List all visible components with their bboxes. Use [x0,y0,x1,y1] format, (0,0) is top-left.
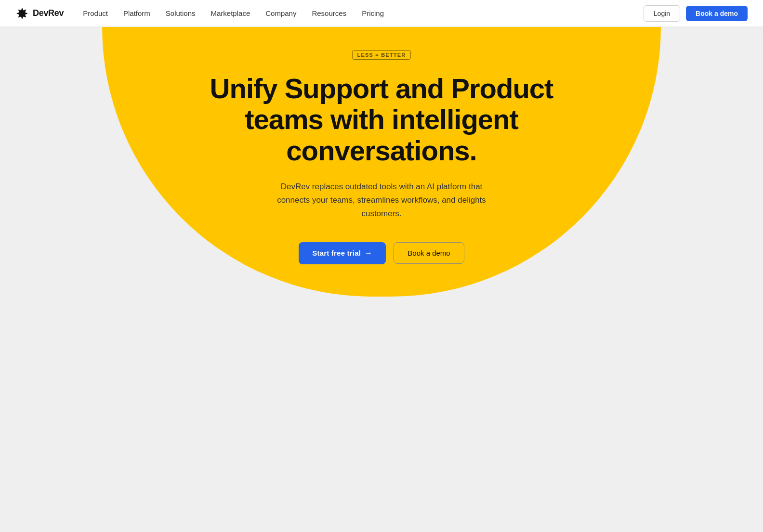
logo[interactable]: DevRev [15,7,64,20]
nav-links: Product Platform Solutions Marketplace C… [83,9,384,17]
nav-link-marketplace[interactable]: Marketplace [211,9,250,17]
navbar-right: Login Book a demo [644,5,748,22]
main-content: LESS = BETTER Unify Support and Product … [0,0,763,532]
nav-link-company[interactable]: Company [265,9,296,17]
login-button[interactable]: Login [644,5,680,22]
navbar-left: DevRev Product Platform Solutions Market… [15,7,384,20]
yellow-circle-container: LESS = BETTER Unify Support and Product … [102,27,661,297]
start-trial-button[interactable]: Start free trial → [299,242,386,264]
arrow-icon: → [365,249,372,258]
book-demo-hero-button[interactable]: Book a demo [394,242,464,264]
start-trial-label: Start free trial [312,249,361,257]
yellow-semicircle: LESS = BETTER Unify Support and Product … [102,27,661,297]
book-demo-nav-button[interactable]: Book a demo [686,6,748,21]
hero-badge: LESS = BETTER [352,50,411,60]
nav-link-solutions[interactable]: Solutions [166,9,196,17]
nav-link-pricing[interactable]: Pricing [362,9,384,17]
below-hero-section [0,297,763,532]
hero-buttons: Start free trial → Book a demo [299,242,464,264]
hero-subtext: DevRev replaces outdated tools with an A… [266,180,497,221]
hero-heading: Unify Support and Product teams with int… [208,73,555,167]
navbar: DevRev Product Platform Solutions Market… [0,0,763,27]
nav-link-product[interactable]: Product [83,9,108,17]
nav-link-resources[interactable]: Resources [312,9,346,17]
logo-text: DevRev [33,8,64,18]
devrev-logo-icon [15,7,29,20]
hero-section: LESS = BETTER Unify Support and Product … [0,27,763,297]
nav-link-platform[interactable]: Platform [123,9,150,17]
